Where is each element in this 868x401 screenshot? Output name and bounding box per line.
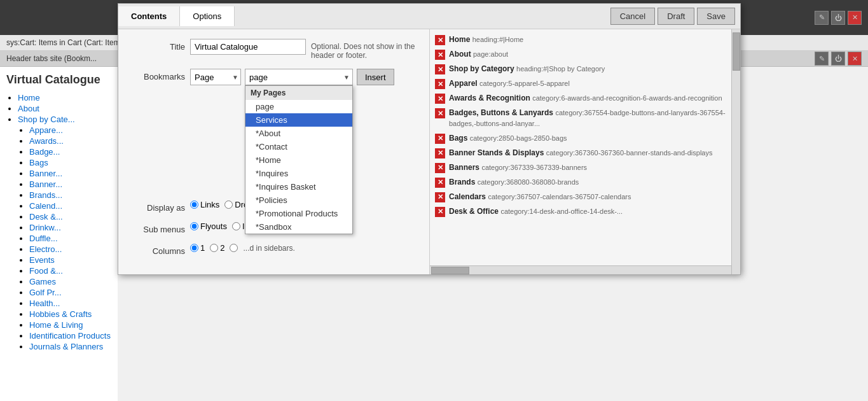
sidebar-item-home-living[interactable]: Home & Living (29, 320, 83, 330)
draft-button[interactable]: Draft (658, 8, 694, 25)
remove-banner-stands-button[interactable]: ✕ (435, 148, 445, 158)
list-item-path: page:about (473, 50, 508, 58)
second-bar-text: Header tabs site (Bookm... (6, 54, 97, 63)
radio-links[interactable]: Links (190, 200, 219, 209)
sidebar-item-hobbies[interactable]: Hobbies & Crafts (29, 309, 92, 319)
sidebar-link-shop[interactable]: Shop by Cate... (18, 115, 75, 124)
second-close-icon[interactable]: ✕ (848, 52, 862, 66)
display-as-label: Display as (128, 200, 185, 213)
list-item: ✕ Banner Stands & Displays category:3673… (435, 148, 735, 158)
dropdown-item-inquires[interactable]: *Inquires (245, 167, 352, 180)
list-item-name: About (449, 50, 471, 59)
sidebar-item-banner-stands[interactable]: Banner... (29, 169, 62, 178)
tab-options[interactable]: Options (180, 6, 235, 26)
bookmarks-row: Bookmarks Page ▼ page (128, 69, 420, 85)
radio-dropdown-input[interactable] (224, 200, 233, 209)
sidebar-link-home[interactable]: Home (18, 93, 40, 102)
list-h-scroll-thumb[interactable] (431, 267, 469, 274)
sidebar-item-identification[interactable]: Identification Products (29, 331, 111, 341)
remove-calendars-button[interactable]: ✕ (435, 192, 445, 202)
sidebar-link-about[interactable]: About (18, 104, 39, 113)
list-item: ✕ Banners category:367339-367339-banners (435, 162, 735, 173)
remove-desk-button[interactable]: ✕ (435, 207, 445, 217)
dropdown-item-promotional[interactable]: *Promotional Products (245, 207, 352, 220)
sidebar-item-journals[interactable]: Journals & Planners (29, 342, 103, 351)
close-icon[interactable]: ✕ (848, 11, 862, 25)
remove-home-button[interactable]: ✕ (435, 35, 445, 45)
sidebar-item-banners[interactable]: Banner... (29, 179, 62, 189)
dropdown-item-contact[interactable]: *Contact (245, 140, 352, 153)
dropdown-item-policies[interactable]: *Policies (245, 193, 352, 207)
radio-inline-input[interactable] (232, 222, 240, 230)
save-button[interactable]: Save (697, 8, 735, 25)
sidebar-item-awards[interactable]: Awards... (29, 136, 64, 146)
radio-flyouts[interactable]: Flyouts (190, 222, 227, 231)
remove-bags-button[interactable]: ✕ (435, 134, 445, 144)
page-select-input[interactable]: page (245, 69, 353, 85)
title-hint: Optional. Does not show in the header or… (311, 39, 420, 60)
right-panel: ✕ Home heading:#|Home ✕ About page:about… (430, 29, 740, 274)
list-item-name: Bags (449, 134, 467, 143)
sidebar-item-brands[interactable]: Brands... (29, 190, 62, 200)
sidebar-item-food[interactable]: Food &... (29, 266, 63, 276)
sidebar-item-calendars[interactable]: Calend... (29, 201, 62, 211)
dropdown-item-home[interactable]: *Home (245, 153, 352, 167)
sidebar-item-electronics[interactable]: Electro... (29, 244, 62, 254)
sidebar-item-duffels[interactable]: Duffle... (29, 234, 58, 243)
remove-banners-button[interactable]: ✕ (435, 163, 445, 173)
radio-links-input[interactable] (190, 200, 198, 209)
title-input[interactable] (190, 39, 306, 55)
list-v-scroll-thumb[interactable] (733, 32, 740, 71)
sidebar-item-apparel[interactable]: Appare... (29, 125, 63, 135)
radio-col-3[interactable] (230, 244, 238, 252)
power-icon[interactable]: ⏻ (831, 11, 845, 25)
radio-flyouts-input[interactable] (190, 222, 198, 230)
insert-button[interactable]: Insert (357, 69, 394, 85)
sidebar-item-drinkware[interactable]: Drinkw... (29, 223, 61, 232)
second-bar-icons: ✎ ⏻ ✕ (815, 52, 868, 66)
sidebar-item-games[interactable]: Games (29, 277, 56, 286)
list-item-path: category:14-desk-and-office-14-desk-... (500, 208, 623, 215)
radio-col-2[interactable]: 2 (210, 243, 224, 253)
dropdown-item-services[interactable]: Services (245, 113, 352, 127)
sidebar-item-desk[interactable]: Desk &... (29, 212, 63, 222)
sidebar-item-bags[interactable]: Bags (29, 158, 48, 167)
top-bar-icons: ✎ ⏻ ✕ (815, 11, 862, 25)
edit-icon[interactable]: ✎ (815, 11, 829, 25)
list-item-name: Brands (449, 178, 475, 186)
sidebar-item-events[interactable]: Events (29, 255, 55, 265)
radio-col-2-input[interactable] (210, 244, 218, 252)
sidebar-item-health[interactable]: Health... (29, 299, 60, 308)
list-vertical-scrollbar[interactable] (731, 29, 740, 274)
list-horizontal-scrollbar[interactable] (430, 265, 740, 274)
sidebar-item-badges[interactable]: Badge... (29, 147, 60, 157)
second-power-icon[interactable]: ⏻ (831, 52, 845, 66)
remove-shop-button[interactable]: ✕ (435, 64, 445, 74)
list-item-name: Calendars (449, 192, 486, 201)
columns-radio-group: 1 2 ...d in sidebars. (190, 243, 420, 253)
page-dropdown-list: My Pages page Services *About *Contact *… (245, 85, 353, 234)
radio-col-3-input[interactable] (230, 244, 238, 252)
bookmarks-label: Bookmarks (128, 69, 185, 81)
remove-apparel-button[interactable]: ✕ (435, 79, 445, 89)
list-item: ✕ Awards & Recognition category:6-awards… (435, 93, 735, 104)
modal-actions: Cancel Draft Save (605, 4, 740, 29)
remove-about-button[interactable]: ✕ (435, 50, 445, 60)
dropdown-item-sandbox[interactable]: *Sandbox (245, 220, 352, 234)
page-type-select[interactable]: Page (190, 69, 241, 85)
remove-brands-button[interactable]: ✕ (435, 178, 445, 188)
dropdown-item-inquires-basket[interactable]: *Inquires Basket (245, 180, 352, 193)
tab-contents[interactable]: Contents (118, 6, 180, 26)
radio-links-label: Links (200, 200, 219, 209)
dropdown-item-page[interactable]: page (245, 100, 352, 113)
radio-col-1[interactable]: 1 (190, 243, 205, 253)
remove-awards-button[interactable]: ✕ (435, 94, 445, 104)
cancel-button[interactable]: Cancel (610, 8, 655, 25)
radio-col-1-input[interactable] (190, 244, 198, 252)
sidebar-item-golf[interactable]: Golf Pr... (29, 288, 62, 297)
second-edit-icon[interactable]: ✎ (815, 52, 829, 66)
dropdown-item-about[interactable]: *About (245, 127, 352, 140)
list-item: ✕ Shop by Category heading:#|Shop by Cat… (435, 64, 735, 74)
list-item-path: category:6-awards-and-recognition-6-awar… (532, 94, 722, 102)
remove-badges-button[interactable]: ✕ (435, 108, 445, 118)
